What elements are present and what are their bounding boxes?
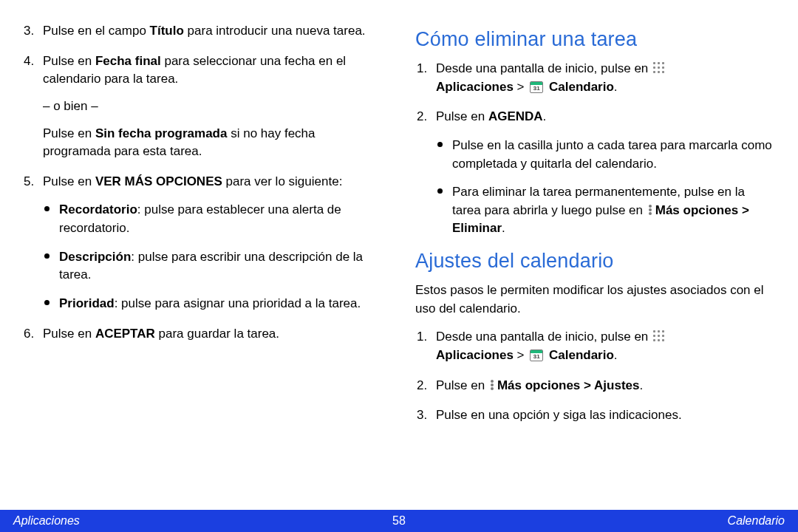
opt-descripcion: Descripción: pulse para escribir una des…	[43, 248, 383, 284]
bold-calendario: Calendario	[549, 80, 614, 94]
bullet-delete-permanent: Para eliminar la tarea permanentemente, …	[436, 183, 776, 238]
right-column: Cómo eliminar una tarea Desde una pantal…	[399, 22, 776, 502]
step-5: Pulse en VER MÁS OPCIONES para ver lo si…	[22, 173, 383, 313]
opt-prioridad: Prioridad: pulse para asignar una priori…	[43, 295, 383, 313]
bold-aceptar: ACEPTAR	[95, 327, 155, 341]
set-step-1: Desde una pantalla de inicio, pulse en A…	[415, 328, 776, 364]
heading-calendar-settings: Ajustes del calendario	[415, 250, 776, 273]
text: : pulse para asignar una prioridad a la …	[115, 296, 361, 310]
settings-intro: Estos pasos le permiten modificar los aj…	[415, 282, 776, 318]
text: .	[614, 348, 618, 362]
label: Recordatorio	[59, 202, 137, 216]
delete-task-steps: Desde una pantalla de inicio, pulse en A…	[415, 60, 776, 238]
text: para introducir una nueva tarea.	[184, 24, 366, 38]
footer-right: Calendario	[728, 514, 785, 528]
text: Desde una pantalla de inicio, pulse en	[436, 61, 652, 75]
set-step-3: Pulse en una opción y siga las indicacio…	[415, 406, 776, 425]
del-step-2: Pulse en AGENDA. Pulse en la casilla jun…	[415, 108, 776, 238]
text: Pulse en	[43, 327, 95, 341]
task-create-steps: Pulse en el campo Título para introducir…	[22, 22, 383, 343]
label: Descripción	[59, 250, 131, 264]
page-footer: Aplicaciones 58 Calendario	[0, 510, 798, 532]
label: Prioridad	[59, 296, 115, 310]
bold-ver-mas: VER MÁS OPCIONES	[95, 174, 222, 188]
bold-calendario: Calendario	[549, 348, 614, 362]
more-options-list: Recordatorio: pulse para establecer una …	[43, 201, 383, 313]
text: Pulse en	[43, 174, 95, 188]
bold-mas-opciones-ajustes: Más opciones > Ajustes	[497, 378, 640, 392]
heading-delete-task: Cómo eliminar una tarea	[415, 28, 776, 51]
manual-page: Pulse en el campo Título para introducir…	[0, 0, 798, 532]
text: .	[543, 109, 547, 123]
calendar-icon	[530, 349, 543, 361]
more-vertical-icon	[647, 205, 653, 215]
bold-sin-fecha: Sin fecha programada	[95, 126, 228, 140]
left-column: Pulse en el campo Título para introducir…	[22, 22, 399, 502]
step-3: Pulse en el campo Título para introducir…	[22, 22, 383, 41]
gt: >	[514, 80, 528, 94]
bold-titulo: Título	[150, 24, 184, 38]
bold-fecha-final: Fecha final	[95, 54, 161, 68]
text: Pulse en	[43, 126, 95, 140]
text: Pulse en	[43, 54, 95, 68]
footer-left: Aplicaciones	[13, 514, 80, 528]
text: para ver lo siguiente:	[222, 174, 343, 188]
step-6: Pulse en ACEPTAR para guardar la tarea.	[22, 325, 383, 344]
opt-recordatorio: Recordatorio: pulse para establecer una …	[43, 201, 383, 237]
or-divider: – o bien –	[43, 98, 383, 116]
bold-agenda: AGENDA	[488, 109, 543, 123]
text: para guardar la tarea.	[155, 327, 279, 341]
page-number: 58	[392, 514, 406, 528]
set-step-2: Pulse en Más opciones > Ajustes.	[415, 377, 776, 395]
more-vertical-icon	[489, 380, 495, 390]
bullet-mark-complete: Pulse en la casilla junto a cada tarea p…	[436, 137, 776, 173]
two-column-layout: Pulse en el campo Título para introducir…	[22, 22, 776, 502]
text: Pulse en	[436, 109, 488, 123]
text: Desde una pantalla de inicio, pulse en	[436, 330, 652, 344]
apps-grid-icon	[653, 330, 665, 342]
text: Pulse en el campo	[43, 24, 150, 38]
step-4: Pulse en Fecha final para seleccionar un…	[22, 52, 383, 161]
bold-aplicaciones: Aplicaciones	[436, 348, 514, 362]
text: .	[639, 378, 643, 392]
text: .	[502, 221, 505, 235]
gt: >	[514, 348, 528, 362]
delete-sub-bullets: Pulse en la casilla junto a cada tarea p…	[436, 137, 776, 238]
calendar-icon	[530, 81, 543, 93]
bold-aplicaciones: Aplicaciones	[436, 80, 514, 94]
apps-grid-icon	[653, 62, 665, 74]
text: .	[614, 80, 618, 94]
settings-steps: Desde una pantalla de inicio, pulse en A…	[415, 328, 776, 425]
del-step-1: Desde una pantalla de inicio, pulse en A…	[415, 60, 776, 96]
text: Pulse en	[436, 378, 488, 392]
